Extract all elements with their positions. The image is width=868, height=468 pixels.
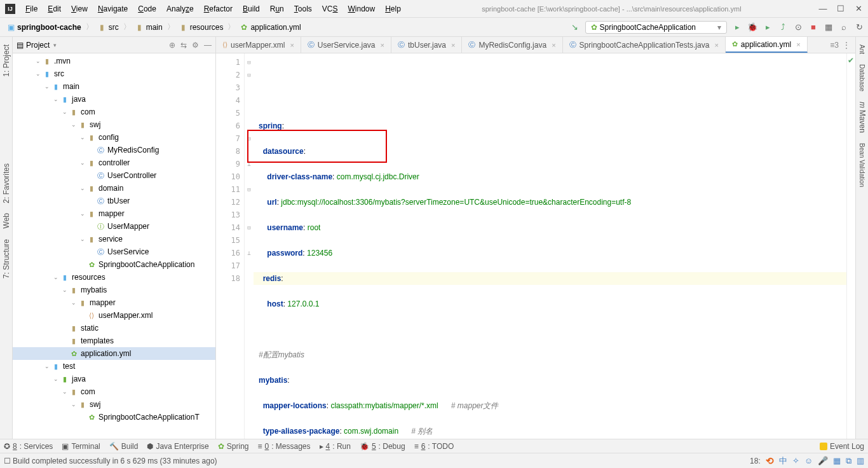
- gear-icon[interactable]: ⚙: [192, 41, 199, 50]
- right-tab-bean-validation[interactable]: Bean Validation: [857, 138, 867, 192]
- status-ic-5[interactable]: ▦: [833, 456, 841, 465]
- bottom-spring[interactable]: ✿ Spring: [218, 442, 249, 451]
- tree-node[interactable]: ⌄▮swj: [13, 398, 215, 411]
- bottom-messages[interactable]: ≡ 0: Messages: [257, 442, 310, 451]
- editor-tab[interactable]: ⒸSpringbootCacheApplicationTests.java×: [563, 37, 726, 53]
- marker-column[interactable]: ✔: [846, 53, 855, 439]
- menu-build[interactable]: Build: [239, 3, 264, 15]
- hide-icon[interactable]: —: [204, 41, 212, 50]
- tree-node[interactable]: ⒸtbUser: [13, 195, 215, 207]
- left-tab-web[interactable]: Web: [1, 208, 12, 233]
- menu-vcs[interactable]: VCS: [318, 3, 342, 15]
- layout-icon[interactable]: ▦: [824, 22, 834, 32]
- menu-analyze[interactable]: Analyze: [163, 3, 198, 15]
- tree-node[interactable]: ⌄▮swj: [13, 118, 215, 131]
- back-icon[interactable]: ↘: [570, 22, 580, 32]
- tree-node[interactable]: ⒸUserService: [13, 245, 215, 258]
- breadcrumb-file[interactable]: ✿application.yml: [237, 22, 303, 33]
- menu-navigate[interactable]: Navigate: [94, 3, 132, 15]
- tree-node[interactable]: ⒾUserMapper: [13, 220, 215, 233]
- breadcrumb-resources[interactable]: ▮resources: [177, 22, 226, 33]
- tabs-overflow[interactable]: ≡3 ⋮: [825, 37, 855, 53]
- menu-code[interactable]: Code: [134, 3, 160, 15]
- status-icon[interactable]: ☐: [4, 457, 11, 465]
- minimize-icon[interactable]: —: [818, 4, 827, 13]
- right-tab-database[interactable]: Database: [857, 59, 867, 97]
- menu-refactor[interactable]: Refactor: [200, 3, 236, 15]
- breadcrumb-root[interactable]: ▣springboot-cache: [4, 22, 84, 33]
- editor-tab[interactable]: ⒸMyRedisConfig.java×: [462, 37, 562, 53]
- maximize-icon[interactable]: ☐: [836, 4, 845, 13]
- menu-edit[interactable]: Edit: [44, 3, 65, 15]
- menu-help[interactable]: Help: [381, 3, 405, 15]
- tree-node[interactable]: ⌄▮mapper: [13, 296, 215, 309]
- tree-node[interactable]: ⌄▮com: [13, 385, 215, 398]
- tree-node[interactable]: ⌄▮mybatis: [13, 284, 215, 296]
- bottom-services[interactable]: ✪ 8: Services: [4, 442, 53, 451]
- project-tree[interactable]: ⌄▮.mvn⌄▮src⌄▮main⌄▮java⌄▮com⌄▮swj⌄▮confi…: [13, 53, 215, 439]
- breadcrumb-main[interactable]: ▮main: [133, 22, 165, 33]
- bottom-event-log[interactable]: Event Log: [820, 442, 864, 451]
- tree-node[interactable]: ⌄▮.mvn: [13, 55, 215, 67]
- bottom-build[interactable]: 🔨 Build: [109, 442, 139, 451]
- bottom-todo[interactable]: ≡ 6: TODO: [414, 442, 454, 451]
- run-config-dropdown[interactable]: ✿ SpringbootCacheApplication ▾: [585, 21, 727, 34]
- tree-node[interactable]: ⌄▮domain: [13, 182, 215, 195]
- bottom-debug[interactable]: 🐞 5: Debug: [360, 442, 405, 451]
- updates-icon[interactable]: ↻: [854, 22, 864, 32]
- menu-file[interactable]: File: [22, 3, 41, 15]
- target-icon[interactable]: ⊕: [169, 41, 175, 50]
- tree-node[interactable]: ▮templates: [13, 334, 215, 347]
- tree-node[interactable]: ✿SpringbootCacheApplication: [13, 258, 215, 271]
- right-tab-maven[interactable]: m Maven: [857, 97, 868, 138]
- tree-node[interactable]: ⌄▮src: [13, 67, 215, 80]
- tree-node[interactable]: ⌄▮service: [13, 233, 215, 245]
- tree-node[interactable]: ⌄▮java: [13, 373, 215, 385]
- tree-node[interactable]: ⒸUserController: [13, 169, 215, 182]
- left-tab-favorites[interactable]: 2: Favorites: [1, 158, 12, 209]
- status-ic-7[interactable]: ▥: [857, 456, 864, 465]
- tree-node[interactable]: ⌄▮mapper: [13, 207, 215, 220]
- run-icon[interactable]: ▸: [732, 22, 742, 32]
- status-ic-3[interactable]: ☺: [804, 456, 813, 465]
- status-ic-2[interactable]: ✧: [792, 456, 799, 465]
- menu-tools[interactable]: Tools: [290, 3, 316, 15]
- menu-view[interactable]: View: [67, 3, 92, 15]
- tree-node[interactable]: ⌄▮controller: [13, 156, 215, 169]
- tree-node[interactable]: ⌄▮main: [13, 80, 215, 93]
- tree-node[interactable]: ⒸMyRedisConfig: [13, 144, 215, 156]
- tree-node[interactable]: ⌄▮test: [13, 360, 215, 373]
- editor-tab[interactable]: ⒸtbUser.java×: [391, 37, 462, 53]
- close-tab-icon[interactable]: ×: [796, 41, 800, 48]
- bottom-terminal[interactable]: ▣ Terminal: [62, 442, 100, 451]
- stop-icon[interactable]: ■: [808, 22, 818, 32]
- menu-run[interactable]: Run: [266, 3, 288, 15]
- close-tab-icon[interactable]: ×: [714, 41, 718, 49]
- editor-tab[interactable]: ⒸUserService.java×: [301, 37, 391, 53]
- notification-icon[interactable]: ⟲: [766, 455, 774, 467]
- tree-node[interactable]: ⌄▮resources: [13, 271, 215, 284]
- editor-tab[interactable]: ✿application.yml×: [726, 37, 808, 53]
- close-tab-icon[interactable]: ×: [451, 41, 455, 49]
- collapse-icon[interactable]: ⇆: [180, 41, 187, 50]
- left-tab-structure[interactable]: 7: Structure: [1, 234, 12, 284]
- status-ic-6[interactable]: ⧉: [846, 456, 851, 466]
- tree-node[interactable]: ⌄▮config: [13, 131, 215, 144]
- debug-icon[interactable]: 🐞: [747, 22, 757, 32]
- search-icon[interactable]: ⌕: [839, 22, 849, 32]
- tree-node[interactable]: ⌄▮java: [13, 93, 215, 106]
- menu-window[interactable]: Window: [344, 3, 379, 15]
- status-ic-1[interactable]: 中: [779, 455, 787, 467]
- close-tab-icon[interactable]: ×: [381, 41, 384, 49]
- close-tab-icon[interactable]: ×: [290, 41, 294, 49]
- attach-icon[interactable]: ⊙: [793, 22, 803, 32]
- bottom-run[interactable]: ▸ 4: Run: [320, 442, 351, 451]
- tree-node[interactable]: ⌄▮com: [13, 106, 215, 118]
- tree-node[interactable]: ✿application.yml: [13, 347, 215, 360]
- bottom-java-enterprise[interactable]: ⬢ Java Enterprise: [147, 442, 208, 451]
- right-tab-ant[interactable]: Ant: [857, 39, 867, 59]
- tree-node[interactable]: ⟨⟩userMapper.xml: [13, 309, 215, 322]
- close-tab-icon[interactable]: ×: [552, 41, 555, 49]
- editor-tab[interactable]: ⟨⟩userMapper.xml×: [216, 37, 301, 53]
- fold-column[interactable]: ⊟⊟ ⊟ ⊥ ⊟ ⊟ ⊥: [245, 53, 254, 439]
